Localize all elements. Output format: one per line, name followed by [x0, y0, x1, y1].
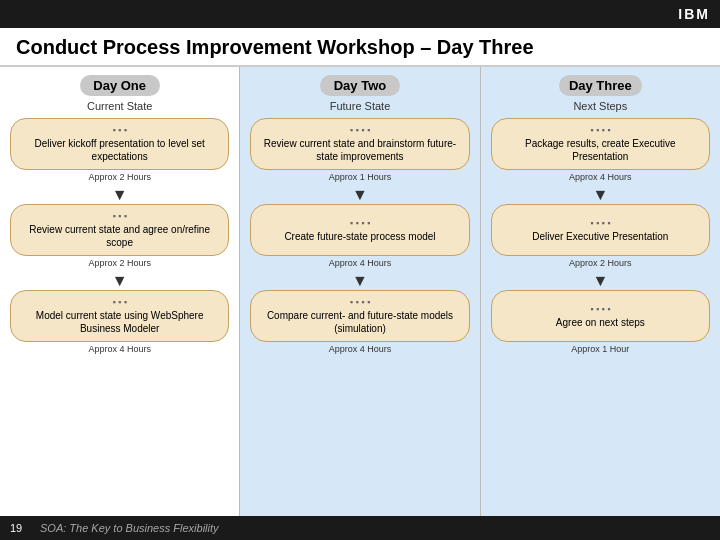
column-subheader-day-three: Next Steps	[491, 100, 710, 112]
approx-2-1: Approx 1 Hours	[250, 172, 469, 182]
approx-2-3: Approx 4 Hours	[250, 344, 469, 354]
task-wrapper-2-1: ▪ ▪ ▪ ▪ Review current state and brainst…	[250, 118, 469, 172]
column-subheader-day-two: Future State	[250, 100, 469, 112]
task-wrapper-3-1: ▪ ▪ ▪ ▪ Package results, create Executiv…	[491, 118, 710, 172]
arrow-down-1-2: ▼	[10, 273, 229, 289]
task-box-2-2: ▪ ▪ ▪ ▪ Create future-state process mode…	[250, 204, 469, 256]
arrow-down-1-1: ▼	[10, 187, 229, 203]
task-icon-3-1: ▪ ▪ ▪ ▪	[590, 125, 610, 135]
task-wrapper-1-2: ▪ ▪ ▪ Review current state and agree on/…	[10, 204, 229, 258]
column-day-two: Day Two Future State ▪ ▪ ▪ ▪ Review curr…	[240, 67, 480, 540]
column-day-one: Day One Current State ▪ ▪ ▪ Deliver kick…	[0, 67, 240, 540]
arrow-down-2-1: ▼	[250, 187, 469, 203]
task-label-3-3: Agree on next steps	[556, 316, 645, 329]
column-subheader-day-one: Current State	[10, 100, 229, 112]
task-label-3-1: Package results, create Executive Presen…	[500, 137, 701, 163]
task-wrapper-2-3: ▪ ▪ ▪ ▪ Compare current- and future-stat…	[250, 290, 469, 344]
task-wrapper-1-1: ▪ ▪ ▪ Deliver kickoff presentation to le…	[10, 118, 229, 172]
arrow-down-3-2: ▼	[491, 273, 710, 289]
task-icon-2-1: ▪ ▪ ▪ ▪	[350, 125, 370, 135]
arrow-down-3-1: ▼	[491, 187, 710, 203]
task-wrapper-3-2: ▪ ▪ ▪ ▪ Deliver Executive Presentation	[491, 204, 710, 258]
task-box-3-2: ▪ ▪ ▪ ▪ Deliver Executive Presentation	[491, 204, 710, 256]
task-label-2-3: Compare current- and future-state models…	[259, 309, 460, 335]
footer-bar: 19 SOA: The Key to Business Flexibility	[0, 516, 720, 540]
task-box-1-3: ▪ ▪ ▪ Model current state using WebSpher…	[10, 290, 229, 342]
task-icon-1-2: ▪ ▪ ▪	[112, 211, 127, 221]
task-icon-2-2: ▪ ▪ ▪ ▪	[350, 218, 370, 228]
task-box-3-1: ▪ ▪ ▪ ▪ Package results, create Executiv…	[491, 118, 710, 170]
task-box-1-1: ▪ ▪ ▪ Deliver kickoff presentation to le…	[10, 118, 229, 170]
footer-subtitle: SOA: The Key to Business Flexibility	[40, 522, 219, 534]
columns-wrapper: Day One Current State ▪ ▪ ▪ Deliver kick…	[0, 67, 720, 540]
approx-3-2: Approx 2 Hours	[491, 258, 710, 268]
header-bar: IBM	[0, 0, 720, 28]
task-icon-3-3: ▪ ▪ ▪ ▪	[590, 304, 610, 314]
task-wrapper-3-3: ▪ ▪ ▪ ▪ Agree on next steps	[491, 290, 710, 344]
arrow-down-2-2: ▼	[250, 273, 469, 289]
column-day-three: Day Three Next Steps ▪ ▪ ▪ ▪ Package res…	[481, 67, 720, 540]
task-label-1-3: Model current state using WebSphere Busi…	[19, 309, 220, 335]
task-box-3-3: ▪ ▪ ▪ ▪ Agree on next steps	[491, 290, 710, 342]
ibm-logo: IBM	[678, 6, 710, 22]
task-box-2-1: ▪ ▪ ▪ ▪ Review current state and brainst…	[250, 118, 469, 170]
approx-1-1: Approx 2 Hours	[10, 172, 229, 182]
task-icon-1-1: ▪ ▪ ▪	[112, 125, 127, 135]
task-icon-2-3: ▪ ▪ ▪ ▪	[350, 297, 370, 307]
task-wrapper-2-2: ▪ ▪ ▪ ▪ Create future-state process mode…	[250, 204, 469, 258]
task-box-1-2: ▪ ▪ ▪ Review current state and agree on/…	[10, 204, 229, 256]
task-label-1-1: Deliver kickoff presentation to level se…	[19, 137, 220, 163]
approx-3-1: Approx 4 Hours	[491, 172, 710, 182]
task-label-3-2: Deliver Executive Presentation	[532, 230, 668, 243]
task-wrapper-1-3: ▪ ▪ ▪ Model current state using WebSpher…	[10, 290, 229, 344]
column-header-day-one: Day One	[80, 75, 160, 96]
column-header-day-three: Day Three	[559, 75, 642, 96]
task-icon-3-2: ▪ ▪ ▪ ▪	[590, 218, 610, 228]
task-label-1-2: Review current state and agree on/refine…	[19, 223, 220, 249]
page-title: Conduct Process Improvement Workshop – D…	[0, 28, 720, 67]
approx-1-3: Approx 4 Hours	[10, 344, 229, 354]
task-box-2-3: ▪ ▪ ▪ ▪ Compare current- and future-stat…	[250, 290, 469, 342]
task-label-2-2: Create future-state process model	[284, 230, 435, 243]
task-icon-1-3: ▪ ▪ ▪	[112, 297, 127, 307]
approx-3-3: Approx 1 Hour	[491, 344, 710, 354]
approx-2-2: Approx 4 Hours	[250, 258, 469, 268]
task-label-2-1: Review current state and brainstorm futu…	[259, 137, 460, 163]
column-header-day-two: Day Two	[320, 75, 400, 96]
approx-1-2: Approx 2 Hours	[10, 258, 229, 268]
footer-page-number: 19	[10, 522, 30, 534]
